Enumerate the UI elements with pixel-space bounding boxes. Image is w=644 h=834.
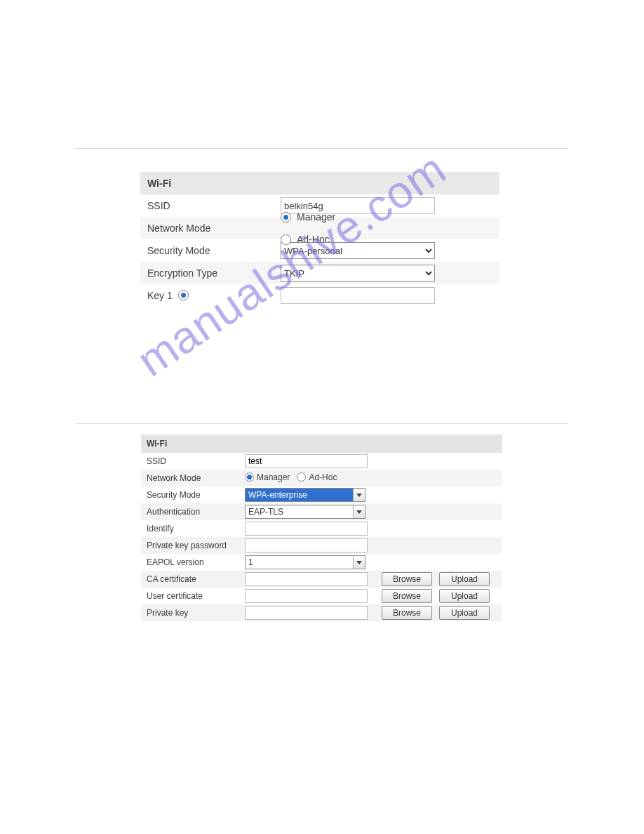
user-cert-browse-button[interactable]: Browse — [382, 589, 432, 603]
private-key-browse-button[interactable]: Browse — [382, 606, 432, 620]
ssid-label: SSID — [141, 456, 245, 466]
chevron-down-icon — [353, 505, 365, 518]
wifi-personal-panel: Wi-Fi SSID Network Mode Manager Ad-Hoc — [140, 172, 499, 307]
chevron-down-icon — [353, 556, 365, 569]
eapol-version-label: EAPOL version — [141, 557, 245, 567]
key1-radio-icon[interactable] — [178, 290, 189, 300]
user-certificate-input[interactable] — [245, 589, 368, 603]
encryption-type-select[interactable]: TKIP — [281, 265, 435, 282]
network-mode-manager-radio[interactable]: Manager — [245, 472, 290, 482]
private-key-input[interactable] — [245, 606, 368, 620]
radio-on-icon — [245, 472, 254, 482]
encryption-type-label: Encryption Type — [140, 267, 281, 279]
network-mode-label: Network Mode — [140, 223, 281, 234]
panel-title: Wi-Fi — [140, 172, 499, 194]
network-mode-manager-radio[interactable]: Manager — [281, 211, 499, 223]
identify-label: Identify — [141, 524, 245, 534]
identify-input[interactable] — [245, 522, 368, 536]
radio-off-icon — [297, 472, 306, 482]
radio-label: Manager — [257, 472, 290, 482]
ssid-input[interactable] — [245, 454, 368, 468]
key1-input[interactable] — [281, 287, 435, 304]
network-mode-label: Network Mode — [141, 473, 245, 483]
user-cert-upload-button[interactable]: Upload — [439, 589, 490, 603]
user-certificate-label: User certificate — [141, 591, 245, 601]
authentication-label: Authentication — [141, 507, 245, 517]
network-mode-adhoc-radio[interactable]: Ad-Hoc — [297, 472, 337, 482]
radio-label: Ad-Hoc — [309, 472, 337, 482]
security-mode-select[interactable]: WPA-personal — [281, 242, 435, 259]
chevron-down-icon — [353, 489, 365, 501]
private-key-upload-button[interactable]: Upload — [439, 606, 490, 620]
eapol-version-select[interactable]: 1 — [245, 555, 365, 569]
radio-label: Manager — [297, 211, 335, 223]
radio-off-icon — [281, 234, 291, 245]
ca-certificate-input[interactable] — [245, 572, 368, 586]
authentication-select[interactable]: EAP-TLS — [245, 505, 365, 519]
ssid-label: SSID — [140, 200, 281, 211]
ca-upload-button[interactable]: Upload — [439, 572, 490, 586]
panel-title: Wi-Fi — [141, 435, 502, 453]
private-key-password-input[interactable] — [245, 538, 368, 552]
private-key-password-label: Private key password — [141, 541, 245, 550]
wifi-enterprise-panel: Wi-Fi SSID Network Mode Manager Ad-Hoc S… — [141, 435, 502, 621]
key1-label: Key 1 — [140, 290, 281, 301]
security-mode-label: Security Mode — [141, 490, 245, 500]
security-mode-label: Security Mode — [140, 245, 281, 256]
ca-certificate-label: CA certificate — [141, 574, 245, 584]
ca-browse-button[interactable]: Browse — [382, 572, 432, 586]
private-key-label: Private key — [141, 608, 245, 618]
radio-on-icon — [281, 212, 291, 223]
security-mode-select[interactable]: WPA-enterprise — [245, 488, 365, 502]
